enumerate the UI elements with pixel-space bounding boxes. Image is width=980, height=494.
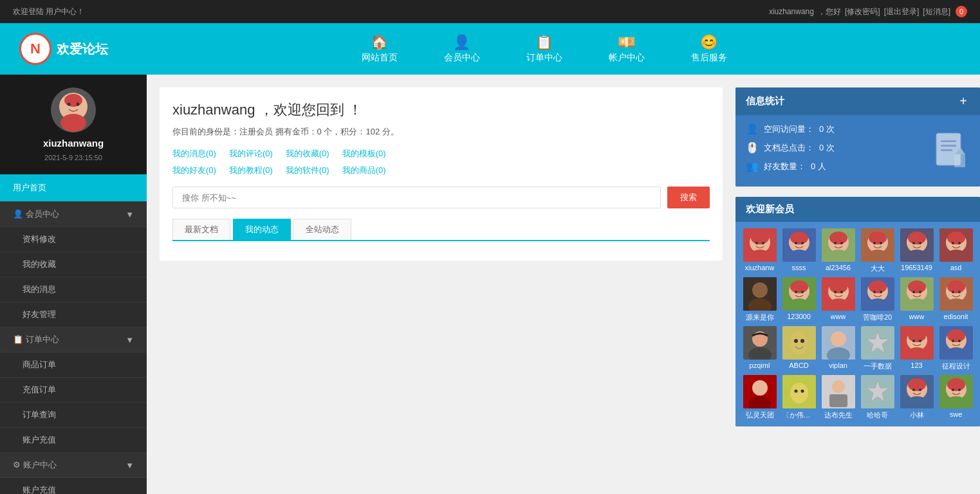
- tab-latest-docs[interactable]: 最新文档: [172, 219, 230, 240]
- member-item[interactable]: 哈哈哥: [860, 375, 895, 420]
- doc-icon: 🖱️: [746, 142, 759, 154]
- username-display: xiuzhanwang: [769, 7, 814, 16]
- member-item[interactable]: 一手数据: [860, 326, 895, 371]
- svg-point-54: [840, 291, 843, 293]
- nav-items: 🏠 网站首页 👤 会员中心 📋 订单中心 💴 帐户中心 😊 售后服务: [127, 29, 961, 69]
- nav-member[interactable]: 👤 会员中心: [434, 29, 490, 69]
- nav-service[interactable]: 😊 售后服务: [681, 29, 737, 69]
- svg-point-47: [790, 280, 808, 293]
- my-comments-link[interactable]: 我的评论(0): [229, 148, 273, 160]
- visit-icon: 👤: [746, 123, 759, 135]
- sidebar-member-section[interactable]: 👤 会员中心 ▼: [0, 202, 147, 227]
- member-item[interactable]: 弘灵天团: [742, 375, 777, 420]
- friends-icon: 👥: [746, 160, 759, 172]
- svg-point-91: [946, 347, 966, 360]
- member-item[interactable]: asd: [938, 228, 974, 273]
- sidebar-friends[interactable]: 好友管理: [0, 302, 147, 327]
- member-item[interactable]: viplan: [820, 326, 856, 371]
- info-stats-list: 👤 空间访问量： 0 次 🖱️ 文档总点击： 0 次 👥 好友数量： 0 人: [746, 123, 931, 179]
- member-item[interactable]: 〔か伟：〕: [781, 375, 817, 420]
- member-name: swe: [950, 410, 963, 418]
- change-password-link[interactable]: [修改密码]: [845, 6, 880, 17]
- sidebar-user-home[interactable]: 用户首页: [0, 174, 147, 202]
- welcome-status: 你目前的身份是：注册会员 拥有金币：0 个，积分：102 分。: [172, 126, 710, 138]
- my-templates-link[interactable]: 我的模板(0): [342, 148, 386, 160]
- member-item[interactable]: edisonit: [938, 277, 974, 322]
- member-item[interactable]: 苦咖啡20: [860, 277, 895, 322]
- svg-point-49: [801, 291, 804, 293]
- sidebar-recharge-order[interactable]: 充值订单: [0, 378, 147, 403]
- msg-count-badge[interactable]: 0: [956, 6, 967, 17]
- my-friends-link[interactable]: 我的好友(0): [172, 165, 216, 176]
- svg-point-20: [795, 242, 797, 244]
- svg-point-22: [789, 250, 809, 262]
- member-name: edisonit: [944, 313, 968, 320]
- member-item[interactable]: 达布先生: [820, 375, 856, 420]
- member-name: 小林: [910, 410, 924, 420]
- sidebar-messages[interactable]: 我的消息: [0, 277, 147, 302]
- info-stats-card: 信息统计 + 👤 空间访问量： 0 次 🖱️ 文档总点击： 0 次: [735, 87, 980, 187]
- search-input[interactable]: [172, 187, 661, 208]
- nav-account[interactable]: 💴 帐户中心: [598, 29, 655, 69]
- member-item[interactable]: ABCD: [781, 326, 817, 371]
- my-software-link[interactable]: 我的软件(0): [286, 165, 329, 176]
- sidebar-favorites[interactable]: 我的收藏: [0, 252, 147, 277]
- sidebar-acct-recharge[interactable]: 账户充值: [0, 478, 147, 494]
- member-item[interactable]: 大大: [860, 228, 895, 273]
- sidebar-account-recharge[interactable]: 账户充值: [0, 428, 147, 453]
- member-item[interactable]: www: [899, 277, 934, 322]
- member-item[interactable]: 123000: [781, 277, 817, 322]
- svg-point-34: [908, 232, 926, 244]
- search-button[interactable]: 搜索: [667, 187, 710, 208]
- member-item[interactable]: pzqiml: [742, 326, 777, 371]
- avatar-svg: [51, 87, 96, 133]
- member-item[interactable]: ssss: [781, 228, 817, 273]
- svg-point-15: [755, 242, 758, 244]
- svg-point-105: [912, 389, 915, 391]
- logo[interactable]: N 欢爱论坛: [19, 33, 108, 65]
- sidebar-goods-order[interactable]: 商品订单: [0, 352, 147, 378]
- my-favorites-link[interactable]: 我的收藏(0): [286, 148, 329, 160]
- short-msg-link[interactable]: [短消息]: [923, 6, 950, 17]
- sidebar-order-section[interactable]: 📋 订单中心 ▼: [0, 327, 147, 352]
- svg-point-2: [64, 94, 82, 107]
- member-item[interactable]: 征程设计: [938, 326, 974, 371]
- member-item[interactable]: www: [820, 277, 856, 322]
- order-chevron: ▼: [125, 335, 134, 345]
- stat-friends-value: 0 人: [811, 161, 826, 172]
- member-item[interactable]: swe: [938, 375, 974, 420]
- logout-link[interactable]: [退出登录]: [884, 6, 920, 17]
- member-name: 源来是你: [746, 313, 774, 322]
- member-name: www: [909, 313, 925, 320]
- member-item[interactable]: 19653149: [899, 228, 934, 273]
- svg-point-97: [794, 390, 797, 393]
- nav-home[interactable]: 🏠 网站首页: [351, 29, 408, 69]
- member-name: 〔か伟：〕: [782, 410, 816, 420]
- members-grid: xiuzhanw ssss al23456 大大: [735, 222, 980, 426]
- svg-point-64: [919, 291, 921, 293]
- member-item[interactable]: xiuzhanw: [742, 228, 777, 273]
- nav-order[interactable]: 📋 订单中心: [516, 29, 573, 69]
- my-tutorials-link[interactable]: 我的教程(0): [229, 165, 273, 176]
- my-goods-link[interactable]: 我的商品(0): [342, 165, 386, 176]
- svg-point-58: [873, 291, 876, 293]
- member-item[interactable]: 源来是你: [742, 277, 777, 322]
- member-item[interactable]: 123: [899, 326, 934, 371]
- svg-point-44: [752, 282, 768, 298]
- my-messages-link[interactable]: 我的消息(0): [172, 148, 216, 160]
- svg-point-98: [800, 390, 804, 393]
- tab-all-activity[interactable]: 全站动态: [293, 219, 351, 240]
- svg-point-59: [880, 291, 882, 293]
- member-item[interactable]: 小林: [899, 375, 934, 420]
- sidebar-profile[interactable]: 资料修改: [0, 227, 147, 252]
- svg-point-53: [834, 291, 837, 293]
- svg-marker-11: [954, 154, 965, 167]
- sidebar-order-query[interactable]: 订单查询: [0, 403, 147, 428]
- info-stats-plus[interactable]: +: [957, 94, 970, 109]
- user-panel: xiuzhanwang 2021-5-9 23:15:50: [0, 75, 147, 174]
- svg-point-110: [952, 389, 954, 391]
- svg-point-14: [751, 232, 769, 244]
- tab-my-activity[interactable]: 我的动态: [233, 219, 291, 240]
- member-item[interactable]: al23456: [820, 228, 856, 273]
- sidebar-account-section[interactable]: ⚙ 账户中心 ▼: [0, 453, 147, 478]
